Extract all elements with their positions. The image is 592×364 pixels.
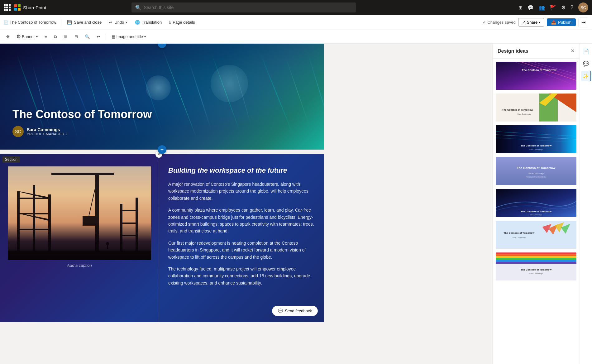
move-button[interactable]: ✥ — [4, 33, 12, 40]
article-title[interactable]: Building the workspace of the future — [168, 166, 315, 175]
article-paragraph-3[interactable]: Our first major redevelopment is nearing… — [168, 240, 315, 261]
svg-rect-21 — [496, 62, 576, 90]
svg-text:The Contoso of Tomorrow: The Contoso of Tomorrow — [504, 232, 535, 234]
flag-icon[interactable]: 🚩 — [550, 5, 556, 11]
send-feedback-button[interactable]: 💬 Send feedback — [272, 306, 318, 316]
app-launcher-icon[interactable]: ⊞ — [518, 5, 523, 11]
side-pages-icon[interactable]: 📄 — [581, 46, 591, 56]
search-input[interactable] — [144, 5, 352, 10]
svg-rect-15 — [120, 210, 138, 211]
design-card-2[interactable]: The Contoso of Tomorrow Sara Cummings — [495, 93, 577, 122]
collapse-panel-button[interactable]: ⇥ — [578, 17, 588, 27]
svg-rect-17 — [120, 235, 138, 236]
crop-button[interactable]: ⊞ — [72, 33, 80, 40]
hero-title: The Contoso of Tomorrow — [12, 108, 152, 121]
image-column: Add a caption — [0, 154, 159, 322]
image-title-button[interactable]: ▦ Image and title ▾ — [109, 33, 148, 40]
save-close-button[interactable]: 💾 Save and close — [64, 19, 105, 26]
svg-rect-6 — [17, 229, 48, 230]
design-card-image-1: The Contoso of Tomorrow — [496, 62, 576, 90]
svg-rect-40 — [496, 157, 576, 185]
help-icon[interactable]: ? — [571, 5, 573, 10]
side-design-icon[interactable]: ✨ — [581, 71, 591, 81]
people-icon[interactable]: 👥 — [539, 5, 545, 11]
undo-button[interactable]: ↩ Undo ▾ — [106, 19, 131, 26]
undo-editor-button[interactable]: ↩ — [94, 33, 103, 40]
author-avatar: SC — [12, 126, 24, 137]
design-card-4[interactable]: The Contoso of Tomorrow Sara Cummings PR… — [495, 156, 577, 186]
microsoft-logo — [14, 4, 21, 11]
svg-text:Sara Cummings: Sara Cummings — [529, 273, 543, 275]
design-card-image-6: The Contoso of Tomorrow Sara Cummings — [496, 221, 576, 249]
design-card-6[interactable]: The Contoso of Tomorrow Sara Cummings — [495, 220, 577, 249]
construction-image[interactable] — [8, 166, 151, 260]
add-section-middle-button[interactable]: + — [158, 145, 166, 154]
top-navigation: SharePoint 🔍 ⊞ 💬 👥 🚩 ⚙ ? SC — [0, 0, 592, 15]
article-paragraph-2[interactable]: A community plaza where employees can ga… — [168, 207, 315, 235]
side-comments-icon[interactable]: 💬 — [581, 59, 591, 69]
properties-button[interactable]: ≡ — [42, 33, 50, 40]
svg-rect-3 — [48, 194, 51, 260]
crane-svg — [8, 166, 151, 260]
svg-rect-16 — [120, 223, 138, 224]
banner-dropdown-icon: ▾ — [36, 35, 38, 38]
design-card-image-2: The Contoso of Tomorrow Sara Cummings — [496, 93, 576, 122]
banner-button[interactable]: 🖼 Banner ▾ — [14, 33, 40, 40]
panel-close-button[interactable]: ✕ — [571, 48, 575, 54]
share-dropdown-icon: ▾ — [539, 21, 540, 24]
publish-icon: 📤 — [551, 20, 556, 25]
feedback-icon: 💬 — [278, 309, 283, 313]
article-paragraph-1[interactable]: A major renovation of Contoso's Singapor… — [168, 181, 315, 202]
design-card-3[interactable]: The Contoso of Tomorrow Sara Cummings — [495, 125, 577, 154]
svg-rect-2 — [33, 185, 35, 260]
checkmark-icon: ✓ — [483, 20, 486, 25]
publish-button[interactable]: 📤 Publish — [547, 18, 576, 26]
share-button[interactable]: ↗ Share ▾ — [518, 18, 545, 26]
svg-rect-12 — [83, 216, 98, 226]
page-details-button[interactable]: ℹ Page details — [166, 19, 198, 26]
settings-icon[interactable]: ⚙ — [561, 5, 566, 11]
article-body: A major renovation of Contoso's Singapor… — [168, 181, 315, 286]
svg-text:PRODUCT MANAGER 2: PRODUCT MANAGER 2 — [526, 176, 547, 178]
svg-text:The Contoso of Tomorrow: The Contoso of Tomorrow — [521, 144, 552, 147]
design-card-5[interactable]: The Contoso of Tomorrow Sara Cummings — [495, 188, 577, 218]
editor-toolbar: ✥ 🖼 Banner ▾ ≡ ⧉ 🗑 ⊞ 🔍 ↩ ▦ Image and tit… — [0, 30, 592, 44]
duplicate-button[interactable]: ⧉ — [51, 33, 59, 41]
chat-icon[interactable]: 💬 — [528, 5, 534, 11]
section-label[interactable]: Section — [2, 156, 20, 163]
zoom-out-button[interactable]: 🔍 — [82, 33, 92, 40]
delete-button[interactable]: 🗑 — [61, 33, 70, 40]
svg-text:The Contoso of Tomorrow: The Contoso of Tomorrow — [521, 268, 552, 271]
waffle-menu-icon[interactable] — [4, 4, 11, 11]
search-bar[interactable]: 🔍 — [131, 2, 356, 12]
svg-rect-55 — [496, 252, 576, 254]
image-caption[interactable]: Add a caption — [67, 263, 92, 268]
main-layout: + — [0, 44, 592, 364]
svg-rect-56 — [496, 254, 576, 256]
svg-text:The Contoso of Tomorrow: The Contoso of Tomorrow — [522, 69, 556, 72]
text-column: Building the workspace of the future A m… — [159, 154, 324, 322]
page-toolbar: 📄 The Contoso of Tomorrow 💾 Save and clo… — [0, 15, 592, 30]
svg-rect-10 — [51, 173, 114, 175]
design-card-7[interactable]: The Contoso of Tomorrow Sara Cummings — [495, 252, 577, 281]
svg-text:Sara Cummings: Sara Cummings — [530, 214, 542, 216]
svg-rect-57 — [496, 256, 576, 258]
site-title: The Contoso of Tomorrow — [10, 20, 56, 25]
design-card-1[interactable]: The Contoso of Tomorrow — [495, 61, 577, 90]
translation-icon: 🌐 — [135, 20, 140, 25]
user-avatar[interactable]: SC — [578, 2, 588, 12]
svg-text:The Contoso of Tomorrow: The Contoso of Tomorrow — [521, 210, 552, 213]
design-card-image-3: The Contoso of Tomorrow Sara Cummings — [496, 125, 576, 153]
hero-banner[interactable]: The Contoso of Tomorrow SC Sara Cummings… — [0, 44, 324, 150]
page-details-icon: ℹ — [169, 20, 171, 25]
panel-title: Design ideas — [498, 48, 528, 54]
design-ideas-panel: Design ideas ✕ — [492, 44, 580, 364]
translation-button[interactable]: 🌐 Translation — [132, 19, 165, 26]
author-name: Sara Cummings — [27, 127, 68, 132]
search-icon: 🔍 — [135, 5, 141, 11]
article-paragraph-4[interactable]: The technology-fueled, multiphase projec… — [168, 266, 315, 286]
design-card-image-4: The Contoso of Tomorrow Sara Cummings PR… — [496, 157, 576, 185]
right-side-panel: 📄 💬 ✨ — [580, 44, 592, 364]
undo-dropdown-icon: ▾ — [126, 21, 127, 24]
svg-text:Sara Cummings: Sara Cummings — [518, 113, 531, 115]
